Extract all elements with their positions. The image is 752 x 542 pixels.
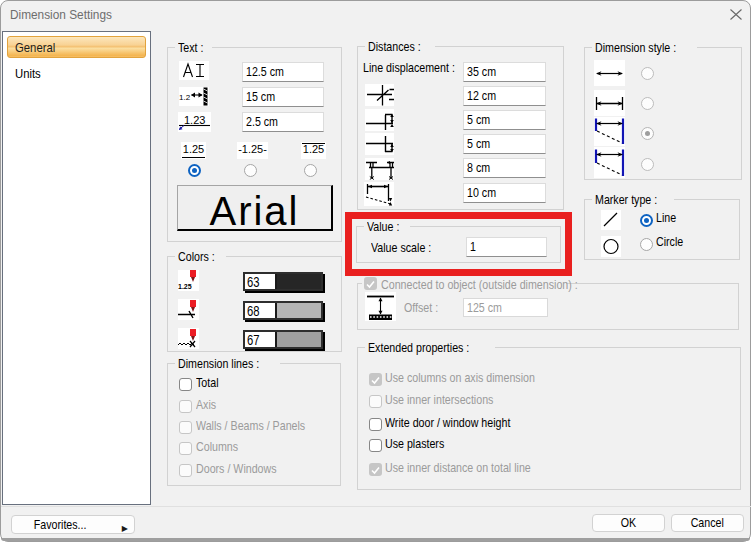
svg-text:1.25: 1.25 bbox=[178, 283, 192, 290]
svg-text:1.2: 1.2 bbox=[179, 93, 191, 102]
svg-text:1.23: 1.23 bbox=[184, 114, 205, 126]
